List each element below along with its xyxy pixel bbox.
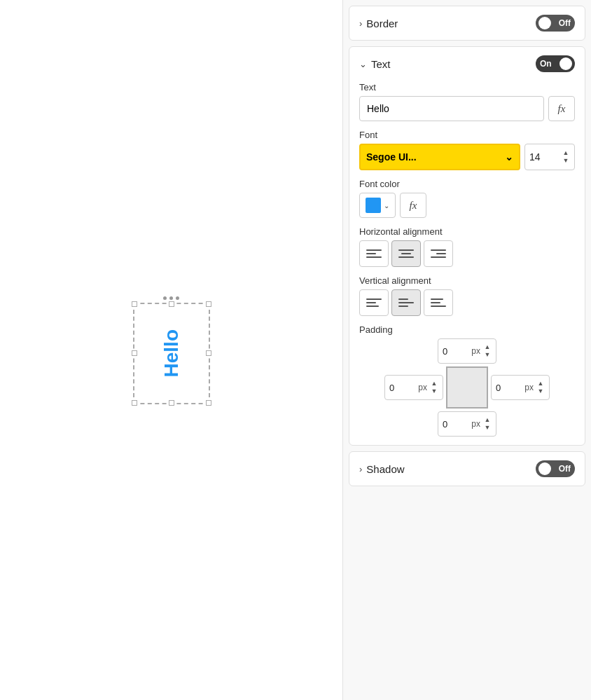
align-center-icon [398,249,414,258]
padding-bottom-spinner[interactable]: ▲ ▼ [483,417,492,432]
font-size-up-icon[interactable]: ▲ [562,150,570,157]
text-field-group: Text fx [359,82,575,121]
handle-tr[interactable] [206,301,211,307]
padding-left-input[interactable]: 0 px ▲ ▼ [384,375,443,400]
valign-middle-button[interactable] [391,289,421,316]
h-align-label: Horizontal alignment [359,226,575,237]
text-fx-button[interactable]: fx [548,96,575,121]
drag-handle[interactable] [163,296,179,300]
valign-middle-icon [398,298,414,307]
font-size-down-icon[interactable]: ▼ [562,158,570,165]
align-right-icon [431,249,446,258]
font-field-label: Font [359,130,575,140]
padding-top-down-icon[interactable]: ▼ [483,352,492,359]
padding-right-up-icon[interactable]: ▲ [536,380,545,387]
padding-left-down-icon[interactable]: ▼ [430,388,438,395]
color-dropdown-icon: ⌄ [384,202,389,210]
padding-top-value: 0 [443,346,468,357]
text-box-content: Hello [160,329,183,377]
border-section-header: › Border Off [359,15,575,32]
padding-left-up-icon[interactable]: ▲ [430,380,438,387]
font-color-swatch-btn[interactable]: ⌄ [359,193,396,218]
shadow-title-left: › Shadow [359,463,405,475]
handle-bl[interactable] [132,400,137,406]
drag-dot-1 [163,296,167,300]
shadow-title: Shadow [366,463,404,475]
padding-bottom-up-icon[interactable]: ▲ [483,417,492,424]
border-toggle[interactable]: Off [536,15,575,32]
text-toggle-label: On [538,59,553,69]
font-size-box: 14 ▲ ▼ [524,144,575,170]
font-row: Segoe UI... ⌄ 14 ▲ ▼ [359,144,575,170]
text-chevron-down-icon[interactable]: ⌄ [359,59,367,69]
font-color-swatch [366,198,381,213]
padding-top-spinner[interactable]: ▲ ▼ [483,344,492,359]
text-toggle-circle [559,57,572,70]
handle-ml[interactable] [132,350,137,356]
text-input-row: fx [359,96,575,121]
handle-mr[interactable] [206,350,211,356]
align-center-button[interactable] [391,240,421,267]
text-section-body: Text fx Font Segoe UI... ⌄ 14 [359,82,575,437]
border-toggle-label: Off [557,18,572,28]
text-fx-icon: fx [558,103,566,115]
font-selector[interactable]: Segoe UI... ⌄ [359,144,520,170]
align-right-button[interactable] [424,240,453,267]
padding-right-spinner[interactable]: ▲ ▼ [536,380,545,395]
padding-group: Padding 0 px ▲ ▼ 0 [359,324,575,437]
padding-bottom-value: 0 [443,419,468,430]
padding-left-value: 0 [389,383,415,393]
font-color-group: Font color ⌄ fx [359,179,575,218]
border-chevron-right-icon[interactable]: › [359,18,362,29]
handle-tl[interactable] [132,301,137,307]
padding-bottom-input[interactable]: 0 px ▲ ▼ [438,411,496,437]
padding-right-value: 0 [496,383,522,393]
padding-right-down-icon[interactable]: ▼ [536,388,545,395]
padding-right-input[interactable]: 0 px ▲ ▼ [491,375,550,400]
padding-bottom-unit: px [471,419,480,429]
padding-left-spinner[interactable]: ▲ ▼ [430,380,438,395]
padding-label: Padding [359,324,575,335]
valign-top-button[interactable] [359,289,389,316]
font-color-label: Font color [359,179,575,189]
padding-top-unit: px [471,346,480,356]
font-name: Segoe UI... [366,151,417,163]
color-row: ⌄ fx [359,193,575,218]
color-fx-button[interactable]: fx [400,193,426,218]
shadow-chevron-right-icon[interactable]: › [359,464,362,474]
shadow-toggle[interactable]: Off [536,460,575,477]
padding-top-input[interactable]: 0 px ▲ ▼ [438,338,496,364]
color-fx-icon: fx [410,200,417,212]
align-left-button[interactable] [359,240,389,267]
font-field-group: Font Segoe UI... ⌄ 14 ▲ ▼ [359,130,575,170]
shadow-section-header: › Shadow Off [359,460,575,477]
valign-bottom-button[interactable] [424,289,453,316]
text-section-header: ⌄ Text On [359,55,575,72]
drag-dot-3 [176,296,179,300]
horizontal-alignment-group: Horizontal alignment [359,226,575,267]
border-toggle-circle [538,17,551,29]
border-title: Border [366,18,398,29]
padding-grid: 0 px ▲ ▼ 0 px ▲ [359,338,575,437]
handle-br[interactable] [206,400,211,406]
text-toggle[interactable]: On [536,55,575,72]
handle-bm[interactable] [169,400,174,406]
padding-left-unit: px [418,383,427,392]
text-title-left: ⌄ Text [359,58,391,70]
valign-top-icon [366,298,382,307]
text-input[interactable] [359,96,544,121]
text-box[interactable]: Hello [133,303,210,404]
text-field-label: Text [359,82,575,92]
text-section: ⌄ Text On Text fx Font [349,46,585,446]
padding-top-up-icon[interactable]: ▲ [483,344,492,351]
handle-tm[interactable] [169,301,174,307]
font-size-value: 14 [529,151,541,163]
vertical-alignment-group: Vertical alignment [359,275,575,316]
font-dropdown-icon: ⌄ [505,151,513,163]
padding-bottom-down-icon[interactable]: ▼ [483,425,492,432]
v-alignment-group [359,289,575,316]
valign-bottom-icon [431,298,446,307]
h-alignment-group [359,240,575,267]
font-size-spinner[interactable]: ▲ ▼ [562,150,570,165]
canvas-area: Hello [0,0,343,700]
